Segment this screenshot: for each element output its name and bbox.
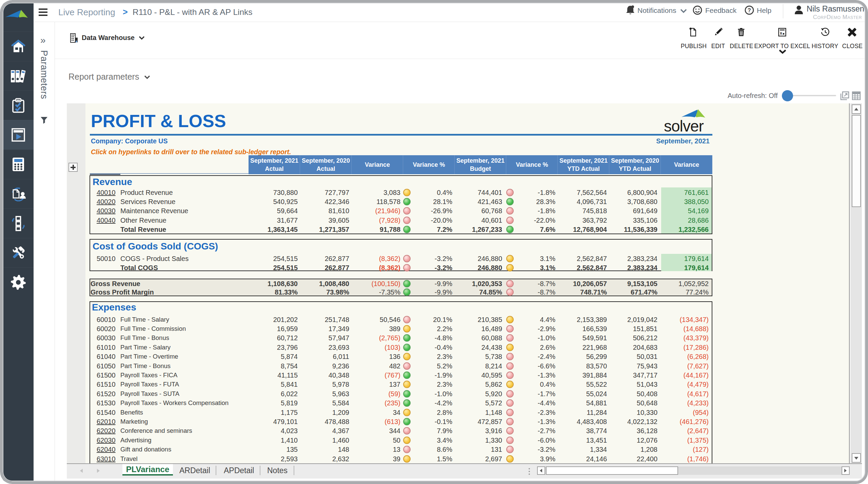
svg-text:?: ? (748, 7, 751, 13)
svg-text:x: x (780, 31, 782, 36)
